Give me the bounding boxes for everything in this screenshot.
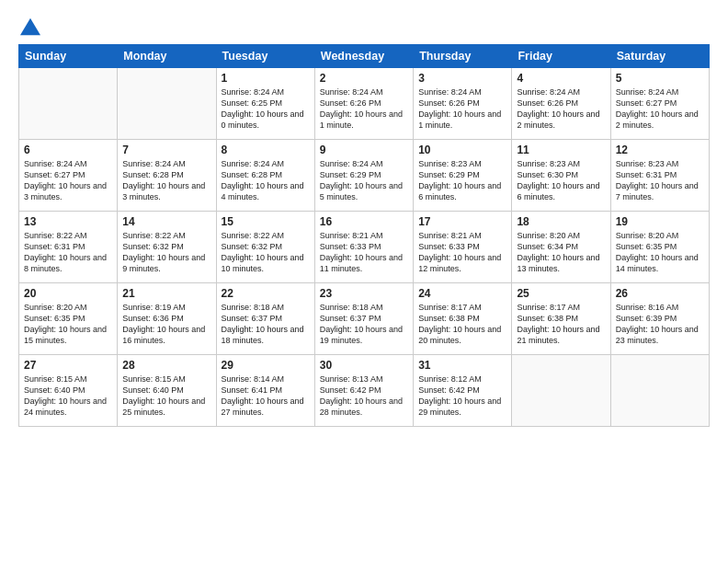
day-number: 16 <box>320 215 408 228</box>
day-number: 7 <box>122 144 210 156</box>
day-number: 17 <box>418 215 506 228</box>
week-row-3: 20Sunrise: 8:20 AM Sunset: 6:35 PM Dayli… <box>19 283 710 355</box>
day-number: 8 <box>222 144 310 156</box>
header <box>18 17 710 35</box>
calendar-cell: 18Sunrise: 8:20 AM Sunset: 6:34 PM Dayli… <box>512 212 610 283</box>
day-number: 15 <box>222 215 310 228</box>
calendar-cell <box>512 355 610 427</box>
weekday-header-monday: Monday <box>118 45 216 68</box>
calendar-cell: 6Sunrise: 8:24 AM Sunset: 6:27 PM Daylig… <box>19 140 118 212</box>
calendar-cell: 22Sunrise: 8:18 AM Sunset: 6:37 PM Dayli… <box>216 283 314 355</box>
weekday-header-saturday: Saturday <box>610 45 709 68</box>
weekday-header-friday: Friday <box>512 45 610 68</box>
day-number: 20 <box>24 287 112 300</box>
day-number: 25 <box>517 287 605 300</box>
day-info: Sunrise: 8:24 AM Sunset: 6:25 PM Dayligh… <box>222 86 310 132</box>
day-info: Sunrise: 8:22 AM Sunset: 6:32 PM Dayligh… <box>222 230 310 275</box>
calendar-cell <box>118 68 216 140</box>
day-info: Sunrise: 8:16 AM Sunset: 6:39 PM Dayligh… <box>616 302 704 347</box>
day-info: Sunrise: 8:13 AM Sunset: 6:42 PM Dayligh… <box>320 373 408 419</box>
calendar-cell: 3Sunrise: 8:24 AM Sunset: 6:26 PM Daylig… <box>414 68 512 140</box>
day-number: 24 <box>418 287 506 300</box>
calendar-cell: 4Sunrise: 8:24 AM Sunset: 6:26 PM Daylig… <box>512 68 610 140</box>
day-number: 23 <box>320 287 408 300</box>
calendar-cell: 28Sunrise: 8:15 AM Sunset: 6:40 PM Dayli… <box>118 355 216 427</box>
day-info: Sunrise: 8:20 AM Sunset: 6:34 PM Dayligh… <box>517 230 605 275</box>
day-number: 21 <box>122 287 210 300</box>
calendar-cell: 20Sunrise: 8:20 AM Sunset: 6:35 PM Dayli… <box>19 283 118 355</box>
day-info: Sunrise: 8:19 AM Sunset: 6:36 PM Dayligh… <box>122 302 210 347</box>
calendar-cell: 29Sunrise: 8:14 AM Sunset: 6:41 PM Dayli… <box>216 355 314 427</box>
day-info: Sunrise: 8:20 AM Sunset: 6:35 PM Dayligh… <box>24 302 112 347</box>
svg-marker-0 <box>20 18 40 35</box>
weekday-header-sunday: Sunday <box>19 45 118 68</box>
day-number: 11 <box>517 144 605 156</box>
calendar-cell: 10Sunrise: 8:23 AM Sunset: 6:29 PM Dayli… <box>414 140 512 212</box>
day-number: 29 <box>222 359 310 372</box>
calendar-cell: 19Sunrise: 8:20 AM Sunset: 6:35 PM Dayli… <box>610 212 709 283</box>
calendar-cell: 23Sunrise: 8:18 AM Sunset: 6:37 PM Dayli… <box>314 283 413 355</box>
calendar-cell: 15Sunrise: 8:22 AM Sunset: 6:32 PM Dayli… <box>216 212 314 283</box>
day-info: Sunrise: 8:23 AM Sunset: 6:31 PM Dayligh… <box>616 158 704 203</box>
day-number: 3 <box>418 72 506 85</box>
day-number: 31 <box>418 359 506 372</box>
day-number: 13 <box>24 215 112 228</box>
calendar-cell: 16Sunrise: 8:21 AM Sunset: 6:33 PM Dayli… <box>314 212 413 283</box>
day-info: Sunrise: 8:24 AM Sunset: 6:28 PM Dayligh… <box>222 158 310 203</box>
day-number: 10 <box>418 144 506 156</box>
calendar-cell: 31Sunrise: 8:12 AM Sunset: 6:42 PM Dayli… <box>414 355 512 427</box>
day-info: Sunrise: 8:17 AM Sunset: 6:38 PM Dayligh… <box>517 302 605 347</box>
week-row-2: 13Sunrise: 8:22 AM Sunset: 6:31 PM Dayli… <box>19 212 710 283</box>
calendar-cell: 12Sunrise: 8:23 AM Sunset: 6:31 PM Dayli… <box>610 140 709 212</box>
day-info: Sunrise: 8:22 AM Sunset: 6:32 PM Dayligh… <box>122 230 210 275</box>
calendar-cell: 2Sunrise: 8:24 AM Sunset: 6:26 PM Daylig… <box>314 68 413 140</box>
calendar-cell: 7Sunrise: 8:24 AM Sunset: 6:28 PM Daylig… <box>118 140 216 212</box>
calendar-cell: 27Sunrise: 8:15 AM Sunset: 6:40 PM Dayli… <box>19 355 118 427</box>
day-number: 2 <box>320 72 408 85</box>
day-info: Sunrise: 8:21 AM Sunset: 6:33 PM Dayligh… <box>418 230 506 275</box>
day-number: 5 <box>616 72 704 85</box>
day-info: Sunrise: 8:17 AM Sunset: 6:38 PM Dayligh… <box>418 302 506 347</box>
day-number: 6 <box>24 144 112 156</box>
logo-text <box>18 17 40 37</box>
day-info: Sunrise: 8:22 AM Sunset: 6:31 PM Dayligh… <box>24 230 112 275</box>
calendar-cell: 30Sunrise: 8:13 AM Sunset: 6:42 PM Dayli… <box>314 355 413 427</box>
week-row-4: 27Sunrise: 8:15 AM Sunset: 6:40 PM Dayli… <box>19 355 710 427</box>
calendar-cell: 1Sunrise: 8:24 AM Sunset: 6:25 PM Daylig… <box>216 68 314 140</box>
day-info: Sunrise: 8:24 AM Sunset: 6:27 PM Dayligh… <box>616 86 704 132</box>
calendar-cell: 25Sunrise: 8:17 AM Sunset: 6:38 PM Dayli… <box>512 283 610 355</box>
day-info: Sunrise: 8:23 AM Sunset: 6:29 PM Dayligh… <box>418 158 506 203</box>
calendar-cell <box>19 68 118 140</box>
calendar-cell <box>610 355 709 427</box>
logo-icon <box>20 17 40 37</box>
logo <box>18 17 40 35</box>
day-number: 27 <box>24 359 112 372</box>
day-number: 1 <box>222 72 310 85</box>
day-info: Sunrise: 8:15 AM Sunset: 6:40 PM Dayligh… <box>122 373 210 419</box>
day-info: Sunrise: 8:20 AM Sunset: 6:35 PM Dayligh… <box>616 230 704 275</box>
weekday-header-tuesday: Tuesday <box>216 45 314 68</box>
weekday-header-wednesday: Wednesday <box>314 45 413 68</box>
day-info: Sunrise: 8:23 AM Sunset: 6:30 PM Dayligh… <box>517 158 605 203</box>
calendar-cell: 5Sunrise: 8:24 AM Sunset: 6:27 PM Daylig… <box>610 68 709 140</box>
calendar-cell: 11Sunrise: 8:23 AM Sunset: 6:30 PM Dayli… <box>512 140 610 212</box>
day-info: Sunrise: 8:24 AM Sunset: 6:27 PM Dayligh… <box>24 158 112 203</box>
day-info: Sunrise: 8:15 AM Sunset: 6:40 PM Dayligh… <box>24 373 112 419</box>
day-info: Sunrise: 8:14 AM Sunset: 6:41 PM Dayligh… <box>222 373 310 419</box>
day-info: Sunrise: 8:24 AM Sunset: 6:26 PM Dayligh… <box>320 86 408 132</box>
calendar-cell: 9Sunrise: 8:24 AM Sunset: 6:29 PM Daylig… <box>314 140 413 212</box>
calendar-cell: 26Sunrise: 8:16 AM Sunset: 6:39 PM Dayli… <box>610 283 709 355</box>
day-number: 30 <box>320 359 408 372</box>
weekday-header-thursday: Thursday <box>414 45 512 68</box>
page: SundayMondayTuesdayWednesdayThursdayFrid… <box>0 0 728 563</box>
calendar-cell: 17Sunrise: 8:21 AM Sunset: 6:33 PM Dayli… <box>414 212 512 283</box>
day-number: 18 <box>517 215 605 228</box>
calendar: SundayMondayTuesdayWednesdayThursdayFrid… <box>18 44 710 427</box>
day-number: 4 <box>517 72 605 85</box>
day-number: 28 <box>122 359 210 372</box>
calendar-cell: 13Sunrise: 8:22 AM Sunset: 6:31 PM Dayli… <box>19 212 118 283</box>
calendar-cell: 21Sunrise: 8:19 AM Sunset: 6:36 PM Dayli… <box>118 283 216 355</box>
day-info: Sunrise: 8:18 AM Sunset: 6:37 PM Dayligh… <box>320 302 408 347</box>
day-info: Sunrise: 8:21 AM Sunset: 6:33 PM Dayligh… <box>320 230 408 275</box>
day-info: Sunrise: 8:12 AM Sunset: 6:42 PM Dayligh… <box>418 373 506 419</box>
